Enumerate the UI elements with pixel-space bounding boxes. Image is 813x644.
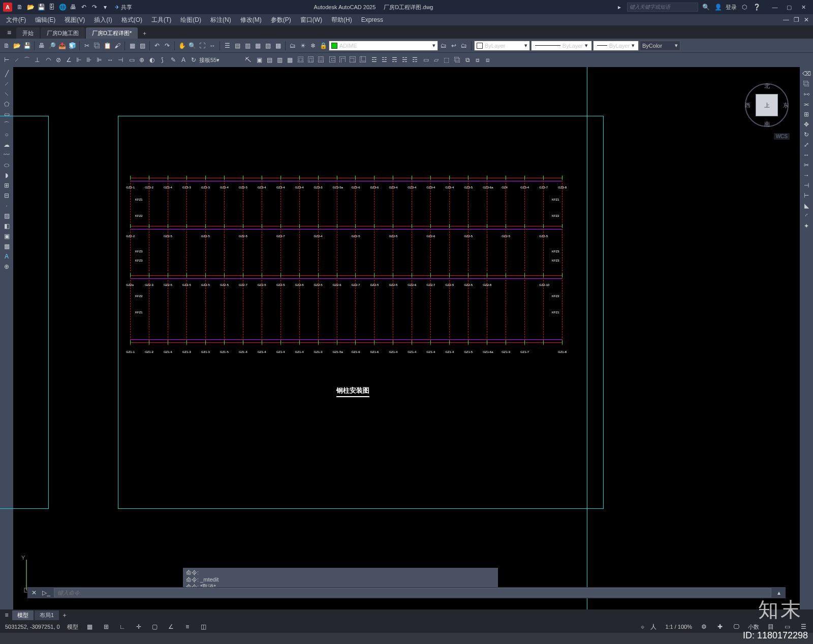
layout-menu-icon[interactable]: ≡ (2, 610, 11, 620)
dim-quick-icon[interactable]: ⊩ (74, 55, 83, 65)
copy2-icon[interactable]: ⿻ (802, 79, 811, 88)
t23-icon[interactable]: ⧇ (483, 55, 492, 65)
layer-lock-icon[interactable]: 🔒 (319, 41, 328, 50)
layer-props-icon[interactable]: 🗂 (288, 41, 297, 50)
new-tab-button[interactable]: ＋ (139, 27, 150, 39)
copy-icon[interactable]: ⿻ (92, 41, 102, 50)
t8-icon[interactable]: ⿷ (328, 55, 337, 65)
tab-drawing-1[interactable]: 厂房D施工图 (41, 27, 85, 39)
osnap-toggle-icon[interactable]: ▢ (150, 622, 160, 631)
openweb-icon[interactable]: 🌐 (58, 3, 67, 12)
layer-freeze-icon[interactable]: ❄ (308, 41, 318, 50)
model-space[interactable]: 上 北 南 西 东 WCS GZ3-1GZ2-2GZ2aGZ1-1GZ3-2GZ… (13, 67, 800, 609)
t12-icon[interactable]: ☲ (369, 55, 379, 65)
t20-icon[interactable]: ⿻ (453, 55, 462, 65)
app-logo[interactable]: A (3, 3, 12, 12)
doc-close-button[interactable]: ✕ (802, 15, 811, 24)
command-input[interactable] (54, 588, 771, 597)
maximize-button[interactable]: ▢ (783, 3, 796, 12)
t14-icon[interactable]: ☴ (390, 55, 399, 65)
dim-space-icon[interactable]: ↔ (106, 55, 115, 65)
break-icon[interactable]: ⊣ (802, 181, 811, 190)
fillet-icon[interactable]: ◜ (802, 211, 811, 220)
layer-match-icon[interactable]: 🗂 (459, 41, 468, 50)
t19-icon[interactable]: ⬚ (442, 55, 451, 65)
redo2-icon[interactable]: ↷ (163, 41, 172, 50)
dim-ord-icon[interactable]: ⊥ (33, 55, 42, 65)
line-icon[interactable]: ╱ (2, 69, 11, 78)
menu-insert[interactable]: 插入(I) (90, 15, 116, 25)
zoomw-icon[interactable]: ⛶ (198, 41, 207, 50)
lineweight-combo[interactable]: ByLayer▾ (593, 41, 639, 51)
monitor-icon[interactable]: 🖵 (732, 622, 741, 631)
qat-dropdown-icon[interactable]: ▾ (101, 3, 110, 12)
dimstyle-combo[interactable]: 接板55▾ (199, 56, 242, 64)
open-icon[interactable]: 📂 (26, 3, 35, 12)
t4-icon[interactable]: ▦ (285, 55, 294, 65)
polygon-icon[interactable]: ⬠ (2, 100, 11, 109)
tab-model[interactable]: 模型 (12, 610, 34, 620)
publish-icon[interactable]: 📤 (57, 41, 67, 50)
saveas-icon[interactable]: 🗄 (47, 3, 56, 12)
transp-toggle-icon[interactable]: ◫ (199, 622, 208, 631)
xline-icon[interactable]: ⟋ (2, 79, 11, 88)
plot2-icon[interactable]: 🖶 (37, 41, 46, 50)
extend-icon[interactable]: → (802, 171, 811, 180)
save2-icon[interactable]: 💾 (22, 41, 32, 50)
t16-icon[interactable]: ☶ (410, 55, 419, 65)
t22-icon[interactable]: ⧈ (473, 55, 482, 65)
layer-state-icon[interactable]: 🗂 (439, 41, 448, 50)
pline-icon[interactable]: ⟍ (2, 89, 11, 99)
doc-minimize-button[interactable]: — (781, 15, 791, 24)
markup-icon[interactable]: ▧ (263, 41, 272, 50)
cut-icon[interactable]: ✂ (82, 41, 91, 50)
layer-prev-icon[interactable]: ↩ (449, 41, 458, 50)
stretch-icon[interactable]: ↔ (802, 150, 811, 159)
layer-combo[interactable]: ADIME▾ (329, 41, 438, 51)
move-icon[interactable]: ✥ (802, 120, 811, 129)
close-button[interactable]: ✕ (797, 3, 810, 12)
t6-icon[interactable]: ⿵ (306, 55, 316, 65)
command-line[interactable]: ✕ ▷_ ▴ (27, 587, 786, 598)
snap-toggle-icon[interactable]: ⊞ (102, 622, 111, 631)
dim-aligned-icon[interactable]: ⟋ (12, 55, 21, 65)
explode-icon[interactable]: ✦ (802, 221, 811, 231)
trim-icon[interactable]: ✂ (802, 160, 811, 170)
zoomp-icon[interactable]: ↔ (208, 41, 217, 50)
menu-format[interactable]: 格式(O) (117, 15, 146, 25)
customize-icon[interactable]: 目 (766, 622, 775, 631)
tool-palette-icon[interactable]: ▥ (243, 41, 252, 50)
undo2-icon[interactable]: ↶ (152, 41, 162, 50)
layer-sun-icon[interactable]: ☀ (298, 41, 307, 50)
units-readout[interactable]: 小数 (746, 623, 761, 631)
viewcube[interactable]: 上 北 南 西 东 (744, 82, 790, 128)
offset-icon[interactable]: ⫘ (802, 100, 811, 109)
plotstyle-combo[interactable]: ByColor▾ (640, 41, 680, 51)
undo-icon[interactable]: ↶ (79, 3, 88, 12)
ortho-toggle-icon[interactable]: ∟ (118, 622, 127, 631)
color-combo[interactable]: ByLayer▾ (474, 41, 530, 51)
t2-icon[interactable]: ▤ (265, 55, 274, 65)
rotate-icon[interactable]: ↻ (802, 130, 811, 139)
tab-drawing-2[interactable]: 厂房D工程详图* (86, 27, 138, 39)
calc-icon[interactable]: ▩ (273, 41, 283, 50)
dim-arc-icon[interactable]: ⌒ (22, 55, 32, 65)
dim-linear-icon[interactable]: ⊢ (2, 55, 11, 65)
dim-tedit-icon[interactable]: A (179, 55, 188, 65)
t9-icon[interactable]: ⿸ (338, 55, 347, 65)
dim-radius-icon[interactable]: ◠ (44, 55, 53, 65)
erase-icon[interactable]: ⌫ (802, 69, 811, 78)
t1-icon[interactable]: ▣ (255, 55, 264, 65)
login-link[interactable]: 登录 (726, 4, 737, 11)
open2-icon[interactable]: 📂 (12, 41, 21, 50)
dim-angle-icon[interactable]: ∠ (64, 55, 73, 65)
dim-style-icon[interactable]: ⛏ (243, 55, 253, 65)
tab-start[interactable]: 开始 (16, 27, 40, 39)
join-icon[interactable]: ⊢ (802, 191, 811, 200)
menu-modify[interactable]: 修改(M) (236, 15, 266, 25)
save-icon[interactable]: 💾 (37, 3, 46, 12)
status-model[interactable]: 模型 (65, 623, 80, 631)
tolerance-icon[interactable]: ▭ (127, 55, 136, 65)
help-icon[interactable]: ❔ (752, 3, 761, 12)
scale-readout[interactable]: 1:1 / 100% (663, 624, 694, 630)
